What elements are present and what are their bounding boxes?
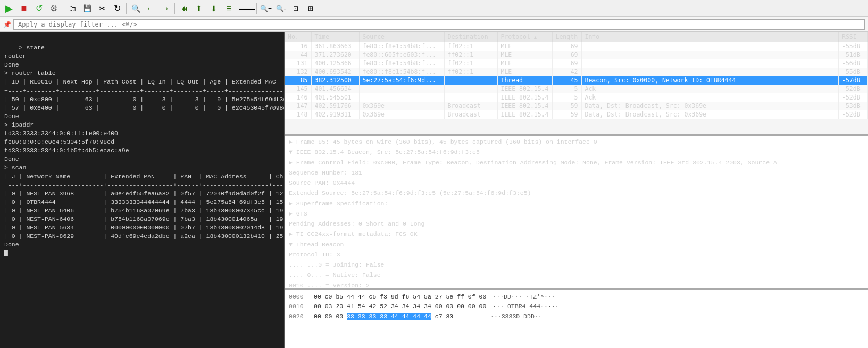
table-cell: 45 xyxy=(552,76,581,85)
display-filter-input[interactable] xyxy=(13,19,865,30)
hex-bytes: 00 c0 b5 44 44 c5 f3 9d f6 54 5a 27 5e f… xyxy=(314,292,486,302)
table-cell: 361.863663 xyxy=(311,42,359,51)
col-source: Source xyxy=(359,32,444,42)
follow-stream-button[interactable]: ≡ xyxy=(222,2,236,15)
table-row[interactable]: 85382.3125005e:27:5a:54:f6:9d...Thread45… xyxy=(285,76,868,85)
close-capture-button[interactable]: ✂ xyxy=(95,2,109,15)
go-back-button[interactable]: ← xyxy=(144,2,157,15)
detail-line[interactable]: Sequence Number: 181 xyxy=(285,168,868,178)
detail-line[interactable]: ▶ Superframe Specification: xyxy=(285,198,868,209)
table-cell: 0x369e xyxy=(359,102,444,110)
restart-capture-button[interactable]: ↺ xyxy=(32,2,46,15)
zoom-reset-button[interactable]: ⊡ xyxy=(289,2,303,15)
column-prefs-button[interactable]: ⊞ xyxy=(304,2,318,15)
table-cell: 59 xyxy=(552,110,581,119)
detail-line[interactable]: Protocol ID: 3 xyxy=(285,250,868,260)
table-cell: 382.312500 xyxy=(311,76,359,85)
hex-bytes: 00 03 20 4f 54 42 52 34 34 34 34 00 00 0… xyxy=(314,302,486,311)
filter-pin-icon: 📌 xyxy=(3,21,11,28)
toolbar-separator-5 xyxy=(256,3,257,14)
table-cell: 131 xyxy=(285,59,311,68)
detail-line[interactable]: ▶ TI CC24xx-format metadata: FCS OK xyxy=(285,229,868,239)
toolbar: ▶ ■ ↺ ⚙ 🗂 💾 ✂ ↻ 🔍 ← → ⏮ ⬆ ⬇ ≡ ▬▬▬ 🔍+ 🔍- … xyxy=(0,0,868,17)
col-proto: Protocol ▲ xyxy=(497,32,552,42)
hex-line: 000000 c0 b5 44 44 c5 f3 9d f6 54 5a 27 … xyxy=(289,292,864,302)
table-cell: 44 xyxy=(285,51,311,59)
table-row[interactable]: 148402.9193110x369eBroadcastIEEE 802.15.… xyxy=(285,110,868,119)
table-cell: IEEE 802.15.4 xyxy=(497,102,552,110)
table-row[interactable]: 44371.273620fe80::605f:e603:f...ff02::1M… xyxy=(285,51,868,59)
table-row[interactable]: 145401.456634IEEE 802.15.45Ack-52dB xyxy=(285,85,868,93)
table-cell: -57dB xyxy=(839,76,868,85)
table-cell: Broadcast xyxy=(444,110,497,119)
jump-first-button[interactable]: ⏮ xyxy=(177,2,191,15)
hex-highlight: 33 33 33 33 44 44 44 44 xyxy=(347,313,431,320)
table-cell: ff02::1 xyxy=(444,59,497,68)
table-row[interactable]: 146401.545501IEEE 802.15.45Ack-52dB xyxy=(285,93,868,102)
table-cell xyxy=(581,59,838,68)
open-file-button[interactable]: 🗂 xyxy=(65,2,79,15)
detail-line[interactable]: ▶ Frame Control Field: 0xc000, Frame Typ… xyxy=(285,158,868,168)
jump-up-button[interactable]: ⬆ xyxy=(192,2,206,15)
reload-button[interactable]: ↻ xyxy=(110,2,124,15)
detail-line[interactable]: ▶ GTS xyxy=(285,209,868,219)
jump-down-button[interactable]: ⬇ xyxy=(207,2,221,15)
table-cell: ff02::1 xyxy=(444,68,497,76)
start-capture-button[interactable]: ▶ xyxy=(2,2,16,15)
hex-bytes: 00 00 00 33 33 33 33 44 44 44 44 c7 80 xyxy=(314,312,484,321)
hex-ascii: ···3333D DDD·· xyxy=(490,312,542,321)
detail-line[interactable]: ▶ Frame 85: 45 bytes on wire (360 bits),… xyxy=(285,137,868,147)
toolbar-separator-2 xyxy=(126,3,127,14)
packet-table-header: No. Time Source Destination Protocol ▲ L… xyxy=(285,32,868,42)
stop-capture-button[interactable]: ■ xyxy=(17,2,31,15)
table-cell xyxy=(581,68,838,76)
detail-line[interactable]: Extended Source: 5e:27:5a:54:f6:9d:f3:c5… xyxy=(285,188,868,198)
table-cell: 148 xyxy=(285,110,311,119)
table-cell: fe80::f8e1:54b8:f... xyxy=(359,59,444,68)
table-cell: -52dB xyxy=(839,85,868,93)
go-forward-button[interactable]: → xyxy=(158,2,172,15)
detail-line[interactable]: Pending Addresses: 0 Short and 0 Long xyxy=(285,219,868,229)
options-button[interactable]: ⚙ xyxy=(47,2,61,15)
hex-dump[interactable]: 000000 c0 b5 44 44 c5 f3 9d f6 54 5a 27 … xyxy=(285,290,868,348)
table-row[interactable]: 147402.5917660x369eBroadcastIEEE 802.15.… xyxy=(285,102,868,110)
table-row[interactable]: 16361.863663fe80::f8e1:54b8:f...ff02::1M… xyxy=(285,42,868,51)
detail-line[interactable]: .... 0... = Native: False xyxy=(285,270,868,280)
detail-line[interactable]: ▼ IEEE 802.15.4 Beacon, Src: 5e:27:5a:54… xyxy=(285,147,868,157)
colorize-button[interactable]: ▬▬▬ xyxy=(240,2,254,15)
packet-detail[interactable]: ▶ Frame 85: 45 bytes on wire (360 bits),… xyxy=(285,136,868,290)
detail-line[interactable]: Source PAN: 0x4444 xyxy=(285,178,868,188)
table-row[interactable]: 132400.693542fe80::f8e1:54b8:f...ff02::1… xyxy=(285,68,868,76)
terminal-content: > state router Done > router table | ID … xyxy=(4,44,285,256)
table-cell: -52dB xyxy=(839,93,868,102)
table-cell: fe80::f8e1:54b8:f... xyxy=(359,68,444,76)
col-rssi: RSSI xyxy=(839,32,868,42)
table-cell: ff02::1 xyxy=(444,51,497,59)
save-file-button[interactable]: 💾 xyxy=(80,2,94,15)
table-cell: 400.125366 xyxy=(311,59,359,68)
table-cell: MLE xyxy=(497,51,552,59)
table-cell: fe80::f8e1:54b8:f... xyxy=(359,42,444,51)
zoom-out-button[interactable]: 🔍- xyxy=(274,2,288,15)
table-cell: Broadcast xyxy=(444,102,497,110)
table-cell xyxy=(444,76,497,85)
find-button[interactable]: 🔍 xyxy=(129,2,143,15)
hex-ascii: ··· OTBR4 444····· xyxy=(493,302,558,311)
hex-offset: 0020 xyxy=(289,312,307,321)
table-cell: -51dB xyxy=(839,51,868,59)
table-cell: 145 xyxy=(285,85,311,93)
table-cell xyxy=(581,42,838,51)
table-cell: -55dB xyxy=(839,68,868,76)
main-layout: > state router Done > router table | ID … xyxy=(0,32,868,348)
zoom-in-button[interactable]: 🔍+ xyxy=(259,2,273,15)
table-cell: Ack xyxy=(581,93,838,102)
table-row[interactable]: 131400.125366fe80::f8e1:54b8:f...ff02::1… xyxy=(285,59,868,68)
detail-line[interactable]: 0010 .... = Version: 2 xyxy=(285,280,868,291)
packet-list[interactable]: No. Time Source Destination Protocol ▲ L… xyxy=(285,32,868,136)
detail-line[interactable]: .... ...0 = Joining: False xyxy=(285,260,868,270)
detail-line[interactable]: ▼ Thread Beacon xyxy=(285,239,868,250)
col-length: Length xyxy=(552,32,581,42)
terminal-panel[interactable]: > state router Done > router table | ID … xyxy=(0,32,285,348)
table-cell: Thread xyxy=(497,76,552,85)
table-cell xyxy=(444,93,497,102)
